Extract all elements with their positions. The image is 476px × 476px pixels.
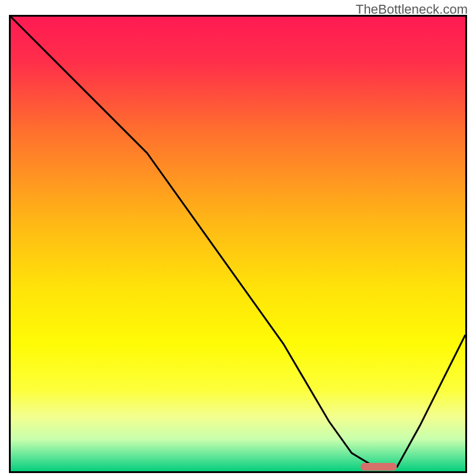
optimum-marker (361, 463, 397, 471)
bottleneck-chart (11, 17, 465, 471)
